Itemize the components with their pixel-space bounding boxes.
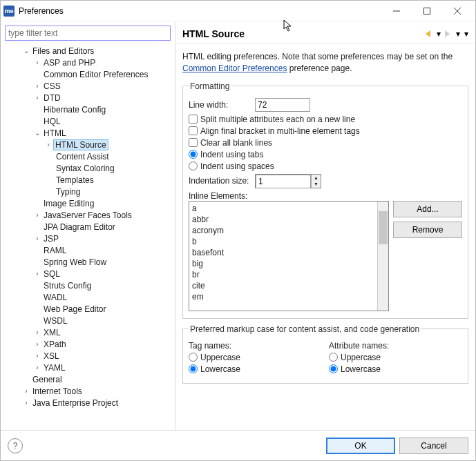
chevron-right-icon[interactable]: › bbox=[32, 364, 42, 371]
filter-input[interactable] bbox=[5, 26, 171, 41]
chevron-right-icon[interactable]: › bbox=[21, 399, 31, 406]
indent-size-input[interactable] bbox=[256, 175, 311, 188]
list-item[interactable]: b bbox=[192, 236, 374, 247]
tree-item[interactable]: General bbox=[2, 373, 173, 385]
tree-item[interactable]: Syntax Coloring bbox=[2, 162, 173, 174]
minimize-button[interactable] bbox=[381, 1, 412, 21]
close-button[interactable] bbox=[442, 1, 473, 21]
tree-item[interactable]: ›Java Enterprise Project bbox=[2, 397, 173, 409]
list-item[interactable]: cite bbox=[192, 280, 374, 291]
indent-tabs-label: Indent using tabs bbox=[200, 150, 263, 159]
inline-elements-list[interactable]: a abbr acronym b basefont big br cite em bbox=[189, 201, 389, 311]
list-item[interactable]: abbr bbox=[192, 214, 374, 225]
attr-lowercase-radio[interactable] bbox=[329, 364, 338, 373]
tree-item[interactable]: Hibernate Config bbox=[2, 104, 173, 115]
tree-item[interactable]: Spring Web Flow bbox=[2, 256, 173, 268]
tree-item[interactable]: Struts Config bbox=[2, 279, 173, 291]
tree-item[interactable]: ›JSP bbox=[2, 233, 173, 244]
tree-item-files-editors[interactable]: ⌄Files and Editors bbox=[2, 45, 173, 57]
forward-menu[interactable]: ▾ bbox=[456, 29, 460, 39]
tree-item[interactable]: ›YAML bbox=[2, 362, 173, 373]
tree-item[interactable]: Common Editor Preferences bbox=[2, 68, 173, 80]
cancel-button[interactable]: Cancel bbox=[399, 438, 468, 454]
tree-item[interactable]: WADL bbox=[2, 291, 173, 303]
preferences-tree[interactable]: ⌄Files and Editors ›ASP and PHP Common E… bbox=[2, 45, 173, 430]
common-editor-prefs-link[interactable]: Common Editor Preferences bbox=[182, 63, 287, 73]
tree-item[interactable]: ›SQL bbox=[2, 268, 173, 279]
tag-uppercase-label: Uppercase bbox=[200, 353, 240, 362]
tag-lowercase-radio[interactable] bbox=[189, 364, 198, 373]
inline-elements-label: Inline Elements: bbox=[189, 191, 462, 201]
attr-lowercase-label: Lowercase bbox=[341, 364, 381, 374]
titlebar: me Preferences bbox=[1, 1, 475, 21]
tree-item[interactable]: JPA Diagram Editor bbox=[2, 221, 173, 233]
back-button[interactable] bbox=[426, 30, 435, 37]
chevron-right-icon[interactable]: › bbox=[44, 141, 53, 148]
spinner-up-icon[interactable]: ▲ bbox=[312, 175, 321, 182]
tree-item[interactable]: Web Page Editor bbox=[2, 303, 173, 315]
attr-uppercase-radio[interactable] bbox=[329, 353, 338, 362]
chevron-right-icon[interactable]: › bbox=[32, 82, 42, 90]
chevron-right-icon[interactable]: › bbox=[32, 328, 42, 336]
chevron-down-icon[interactable]: ⌄ bbox=[32, 129, 42, 137]
tree-item[interactable]: Content Assist bbox=[2, 150, 173, 162]
list-item[interactable]: basefont bbox=[192, 247, 374, 258]
tree-item[interactable]: ›XPath bbox=[2, 338, 173, 350]
list-item[interactable]: a bbox=[192, 203, 374, 214]
scrollbar[interactable] bbox=[377, 202, 388, 311]
chevron-right-icon[interactable]: › bbox=[32, 94, 42, 101]
tree-item[interactable]: Typing bbox=[2, 186, 173, 197]
chevron-down-icon[interactable]: ⌄ bbox=[21, 47, 31, 55]
forward-button[interactable] bbox=[445, 30, 455, 37]
tree-item[interactable]: ›JavaServer Faces Tools bbox=[2, 209, 173, 221]
indent-size-spinner[interactable]: ▲▼ bbox=[255, 174, 321, 188]
indent-spaces-radio[interactable] bbox=[189, 161, 198, 170]
markup-case-group: Preferred markup case for content assist… bbox=[182, 324, 468, 384]
tree-item[interactable]: ›CSS bbox=[2, 80, 173, 92]
back-menu[interactable]: ▾ bbox=[437, 29, 441, 39]
clear-blank-label: Clear all blank lines bbox=[200, 138, 272, 148]
remove-button[interactable]: Remove bbox=[393, 222, 462, 238]
tree-item-html-source[interactable]: ›HTML Source bbox=[2, 139, 173, 150]
page-header: HTML Source ▾ ▾ ▾ bbox=[175, 21, 475, 44]
chevron-right-icon[interactable]: › bbox=[32, 211, 42, 219]
app-icon: me bbox=[3, 6, 15, 17]
line-width-input[interactable] bbox=[255, 98, 310, 112]
clear-blank-checkbox[interactable] bbox=[189, 138, 198, 147]
chevron-right-icon[interactable]: › bbox=[32, 340, 42, 348]
align-bracket-checkbox[interactable] bbox=[189, 126, 198, 135]
tree-item[interactable]: ›DTD bbox=[2, 92, 173, 104]
list-item[interactable]: acronym bbox=[192, 225, 374, 236]
tree-item[interactable]: WSDL bbox=[2, 315, 173, 326]
tree-item[interactable]: ›ASP and PHP bbox=[2, 57, 173, 68]
main-panel: HTML Source ▾ ▾ ▾ HTML editing preferenc… bbox=[175, 21, 475, 430]
tree-item[interactable]: ›XSL bbox=[2, 350, 173, 362]
tree-item[interactable]: Image Editing bbox=[2, 197, 173, 209]
chevron-right-icon[interactable]: › bbox=[32, 235, 42, 242]
ok-button[interactable]: OK bbox=[326, 438, 395, 454]
chevron-right-icon[interactable]: › bbox=[32, 59, 42, 66]
tree-item[interactable]: ›XML bbox=[2, 326, 173, 338]
tree-item[interactable]: HQL bbox=[2, 115, 173, 127]
maximize-button[interactable] bbox=[412, 1, 442, 21]
tree-item-html[interactable]: ⌄HTML bbox=[2, 127, 173, 139]
chevron-right-icon[interactable]: › bbox=[32, 352, 42, 360]
list-item[interactable]: em bbox=[192, 291, 374, 302]
list-item[interactable]: br bbox=[192, 269, 374, 280]
add-button[interactable]: Add... bbox=[393, 201, 462, 217]
tree-item[interactable]: RAML bbox=[2, 244, 173, 256]
indent-tabs-radio[interactable] bbox=[189, 150, 198, 159]
split-attrs-checkbox[interactable] bbox=[189, 115, 198, 124]
spinner-down-icon[interactable]: ▼ bbox=[312, 181, 321, 188]
list-item[interactable]: big bbox=[192, 258, 374, 269]
tree-item[interactable]: Templates bbox=[2, 174, 173, 186]
chevron-right-icon[interactable]: › bbox=[32, 270, 42, 277]
chevron-right-icon[interactable]: › bbox=[21, 387, 31, 395]
sidebar: ⌄Files and Editors ›ASP and PHP Common E… bbox=[1, 21, 175, 430]
attr-names-label: Attribute names: bbox=[329, 341, 462, 351]
scrollbar-thumb[interactable] bbox=[379, 211, 388, 244]
tree-item[interactable]: ›Internet Tools bbox=[2, 385, 173, 397]
help-button[interactable]: ? bbox=[8, 438, 23, 453]
tag-uppercase-radio[interactable] bbox=[189, 353, 198, 362]
view-menu[interactable]: ▾ bbox=[464, 29, 468, 39]
